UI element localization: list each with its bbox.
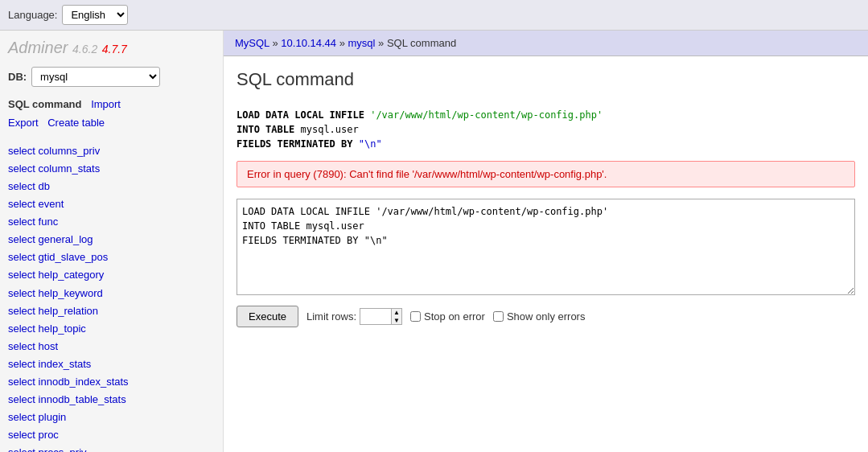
table-list-item[interactable]: select help_relation bbox=[8, 302, 215, 320]
breadcrumb-sep3: » bbox=[378, 37, 384, 49]
nav-links: SQL command Import Export Create table bbox=[8, 95, 215, 133]
sql-table: mysql.user bbox=[300, 124, 358, 135]
breadcrumb-db[interactable]: mysql bbox=[348, 37, 376, 49]
sql-keyword-2: INTO TABLE bbox=[237, 124, 300, 135]
table-list-item[interactable]: select procs_priv bbox=[8, 444, 215, 452]
table-list-item[interactable]: select help_category bbox=[8, 266, 215, 284]
table-list-item[interactable]: select plugin bbox=[8, 409, 215, 426]
nav-export[interactable]: Export bbox=[8, 117, 39, 129]
sql-keyword-1: LOAD DATA LOCAL INFILE bbox=[237, 109, 370, 121]
table-list-item[interactable]: select general_log bbox=[8, 231, 215, 249]
sql-line-2: INTO TABLE mysql.user bbox=[237, 122, 855, 137]
limit-label: Limit rows: bbox=[306, 310, 356, 323]
stop-on-error-checkbox[interactable] bbox=[410, 311, 421, 322]
db-label: DB: bbox=[8, 71, 27, 83]
limit-spinner: ▲ ▼ bbox=[391, 309, 401, 324]
show-only-errors-text: Show only errors bbox=[507, 310, 586, 323]
sql-escape-1: "\n" bbox=[359, 138, 382, 150]
table-list-item[interactable]: select event bbox=[8, 195, 215, 213]
table-list-item[interactable]: select innodb_table_stats bbox=[8, 391, 215, 409]
table-list: select columns_privselect column_statsse… bbox=[8, 142, 215, 452]
version-old: 4.6.2 bbox=[72, 43, 97, 55]
error-message: Error in query (7890): Can't find file '… bbox=[247, 168, 607, 180]
sql-line-1: LOAD DATA LOCAL INFILE '/var/www/html/wp… bbox=[237, 108, 855, 122]
table-list-item[interactable]: select innodb_index_stats bbox=[8, 373, 215, 391]
top-bar: Language: EnglishCzechFrenchGermanSpanis… bbox=[0, 0, 868, 31]
limit-down-button[interactable]: ▼ bbox=[392, 317, 401, 325]
nav-import[interactable]: Import bbox=[91, 98, 121, 110]
page-content: SQL command LOAD DATA LOCAL INFILE '/var… bbox=[224, 56, 868, 340]
sql-display: LOAD DATA LOCAL INFILE '/var/www/html/wp… bbox=[237, 108, 855, 151]
execute-button[interactable]: Execute bbox=[237, 306, 298, 327]
nav-create-table[interactable]: Create table bbox=[47, 117, 105, 129]
table-list-item[interactable]: select host bbox=[8, 338, 215, 355]
page-title: SQL command bbox=[237, 69, 855, 97]
stop-on-error-label[interactable]: Stop on error bbox=[410, 310, 485, 323]
version-new: 4.7.7 bbox=[102, 43, 127, 55]
table-list-item[interactable]: select db bbox=[8, 178, 215, 195]
language-label: Language: bbox=[8, 9, 57, 21]
limit-up-button[interactable]: ▲ bbox=[392, 309, 401, 317]
breadcrumb-server[interactable]: 10.10.14.44 bbox=[281, 37, 336, 49]
sql-string-1: '/var/www/html/wp-content/wp-config.php' bbox=[370, 109, 603, 121]
sql-editor[interactable] bbox=[237, 199, 855, 295]
sql-keyword-3: FIELDS TERMINATED BY bbox=[237, 138, 359, 150]
breadcrumb-page: SQL command bbox=[387, 37, 456, 49]
sql-line-3: FIELDS TERMINATED BY "\n" bbox=[237, 137, 855, 151]
breadcrumb: MySQL » 10.10.14.44 » mysql » SQL comman… bbox=[224, 31, 868, 56]
table-list-item[interactable]: select gtid_slave_pos bbox=[8, 249, 215, 266]
table-list-item[interactable]: select column_stats bbox=[8, 160, 215, 178]
table-list-item[interactable]: select columns_priv bbox=[8, 142, 215, 160]
table-list-item[interactable]: select help_topic bbox=[8, 320, 215, 338]
main-content: MySQL » 10.10.14.44 » mysql » SQL comman… bbox=[224, 31, 868, 452]
db-row: DB: mysqlinformation_schemaperformance_s… bbox=[8, 67, 215, 87]
nav-sql-command[interactable]: SQL command bbox=[8, 98, 82, 110]
app-name: Adminer bbox=[8, 39, 68, 56]
show-only-errors-label[interactable]: Show only errors bbox=[493, 310, 586, 323]
limit-row: Limit rows: ▲ ▼ bbox=[306, 308, 402, 325]
stop-on-error-text: Stop on error bbox=[424, 310, 485, 323]
breadcrumb-mysql[interactable]: MySQL bbox=[235, 37, 269, 49]
table-list-item[interactable]: select index_stats bbox=[8, 355, 215, 373]
error-box: Error in query (7890): Can't find file '… bbox=[237, 161, 855, 187]
layout: Adminer 4.6.2 4.7.7 DB: mysqlinformation… bbox=[0, 31, 868, 452]
table-list-item[interactable]: select proc bbox=[8, 426, 215, 444]
limit-input-wrap: ▲ ▼ bbox=[360, 308, 402, 325]
db-select[interactable]: mysqlinformation_schemaperformance_schem… bbox=[31, 67, 160, 87]
app-title: Adminer 4.6.2 4.7.7 bbox=[8, 39, 215, 57]
table-list-item[interactable]: select func bbox=[8, 213, 215, 231]
show-only-errors-checkbox[interactable] bbox=[493, 311, 504, 322]
limit-input[interactable] bbox=[360, 309, 391, 324]
sidebar: Adminer 4.6.2 4.7.7 DB: mysqlinformation… bbox=[0, 31, 224, 452]
table-list-item[interactable]: select help_keyword bbox=[8, 285, 215, 302]
breadcrumb-sep2: » bbox=[339, 37, 345, 49]
bottom-controls: Execute Limit rows: ▲ ▼ Stop on error bbox=[237, 306, 855, 327]
breadcrumb-sep1: » bbox=[272, 37, 278, 49]
language-select[interactable]: EnglishCzechFrenchGermanSpanishChinese bbox=[62, 5, 128, 25]
